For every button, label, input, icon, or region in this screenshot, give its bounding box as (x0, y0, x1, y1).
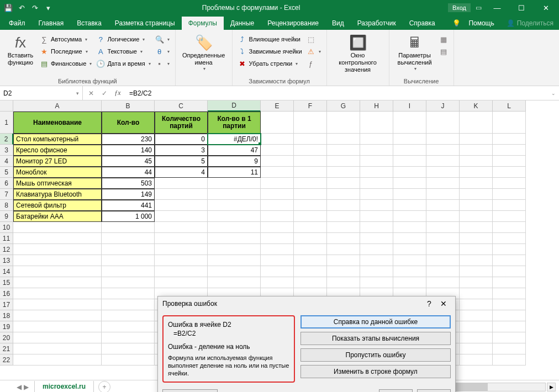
cell[interactable] (155, 189, 208, 200)
cell[interactable]: 140 (102, 145, 155, 156)
back-button[interactable]: Назад (379, 389, 412, 392)
cell[interactable] (360, 277, 393, 288)
minimize-icon[interactable]: — (486, 1, 508, 15)
cell[interactable] (294, 200, 327, 211)
tab-layout[interactable]: Разметка страницы (108, 17, 182, 30)
cell[interactable] (261, 156, 294, 167)
cell[interactable] (393, 145, 426, 156)
defined-names-button[interactable]: 🏷️ Определенные имена ▾ (179, 31, 229, 77)
cell[interactable] (360, 145, 393, 156)
cell[interactable] (13, 354, 102, 365)
cell[interactable] (460, 343, 493, 354)
cell[interactable] (261, 134, 294, 145)
lookup-button[interactable]: 🔍▾ (153, 33, 172, 45)
cell[interactable] (102, 354, 155, 365)
cell[interactable] (13, 255, 102, 266)
autosum-button[interactable]: ∑Автосумма▾ (38, 33, 94, 45)
cell[interactable] (393, 167, 426, 178)
cell[interactable] (327, 266, 360, 277)
cell[interactable] (13, 343, 102, 354)
cell[interactable] (13, 233, 102, 244)
row-header-5[interactable]: 5 (0, 167, 13, 178)
cell[interactable]: Количество партий (155, 112, 208, 134)
cell[interactable] (13, 332, 102, 343)
cell[interactable]: Монитор 27 LED (13, 156, 102, 167)
tab-insert[interactable]: Вставка (70, 17, 108, 30)
cell[interactable] (13, 310, 102, 321)
cell[interactable] (13, 288, 102, 299)
show-formulas-button[interactable]: ⬚ (304, 33, 323, 45)
cell[interactable] (426, 222, 460, 233)
edit-in-formula-bar-button[interactable]: Изменить в строке формул (300, 365, 451, 378)
cell[interactable] (261, 189, 294, 200)
cell[interactable] (208, 178, 261, 189)
cell[interactable] (460, 299, 493, 310)
maximize-icon[interactable]: ☐ (510, 1, 532, 15)
tab-help[interactable]: Справка (403, 17, 442, 30)
row-header-2[interactable]: 2 (0, 134, 13, 145)
worksheet[interactable]: ABCDEFGHIJKL 123456789101112131415161718… (0, 100, 559, 380)
cell[interactable] (393, 255, 426, 266)
cell[interactable] (493, 167, 526, 178)
cell[interactable] (426, 156, 460, 167)
row-header-16[interactable]: 16 (0, 288, 13, 299)
cell[interactable]: 441 (102, 200, 155, 211)
cell[interactable] (493, 266, 526, 277)
namebox-dropdown-icon[interactable]: ▾ (76, 91, 79, 96)
cell[interactable]: 45 (102, 156, 155, 167)
show-calc-steps-button[interactable]: Показать этапы вычисления (300, 332, 451, 345)
ribbon-options-icon[interactable]: ▭ (473, 2, 484, 13)
cell[interactable] (261, 211, 294, 222)
col-header-L[interactable]: L (493, 100, 526, 112)
cell[interactable] (155, 277, 208, 288)
row-header-21[interactable]: 21 (0, 343, 13, 354)
tab-view[interactable]: Вид (325, 17, 351, 30)
cell[interactable] (460, 233, 493, 244)
cell[interactable] (102, 255, 155, 266)
cell[interactable]: Клавиатура Bluetooth (13, 189, 102, 200)
row-header-12[interactable]: 12 (0, 244, 13, 255)
cell[interactable] (102, 299, 155, 310)
cell[interactable] (460, 354, 493, 365)
tab-review[interactable]: Рецензирование (261, 17, 325, 30)
dialog-close-icon[interactable]: ✕ (436, 299, 451, 308)
cancel-formula-icon[interactable]: ✕ (85, 89, 97, 97)
cell[interactable] (360, 255, 393, 266)
cell[interactable] (393, 189, 426, 200)
cell[interactable] (327, 211, 360, 222)
cell[interactable]: 3 (155, 145, 208, 156)
cell[interactable] (493, 178, 526, 189)
tab-file[interactable]: Файл (2, 17, 32, 30)
row-header-6[interactable]: 6 (0, 178, 13, 189)
next-button[interactable]: Далее (417, 389, 451, 392)
select-all-corner[interactable] (0, 100, 13, 112)
col-header-J[interactable]: J (426, 100, 460, 112)
cell[interactable] (208, 255, 261, 266)
cell[interactable] (294, 134, 327, 145)
tab-data[interactable]: Данные (224, 17, 261, 30)
col-header-A[interactable]: A (13, 100, 102, 112)
formula-input[interactable]: =B2/C2 (126, 89, 548, 97)
cell[interactable] (155, 266, 208, 277)
cell[interactable]: 44 (102, 167, 155, 178)
cell[interactable] (426, 211, 460, 222)
cell[interactable] (261, 167, 294, 178)
tellme-icon[interactable]: 💡 (451, 19, 462, 27)
cell[interactable]: 4 (155, 167, 208, 178)
cell[interactable]: Сетевой фильтр (13, 200, 102, 211)
more-functions-button[interactable]: ▪▾ (153, 57, 172, 70)
cell[interactable]: 47 (208, 145, 261, 156)
cell[interactable] (327, 255, 360, 266)
cell[interactable] (208, 189, 261, 200)
cell[interactable] (360, 222, 393, 233)
cell[interactable] (393, 178, 426, 189)
cell[interactable] (294, 222, 327, 233)
cell[interactable] (460, 145, 493, 156)
cell[interactable] (460, 134, 493, 145)
cell[interactable] (493, 145, 526, 156)
cell[interactable] (393, 266, 426, 277)
redo-icon[interactable]: ↷ (29, 2, 41, 14)
cell[interactable] (327, 200, 360, 211)
recent-button[interactable]: ★Последние▾ (38, 45, 94, 57)
cell[interactable] (327, 277, 360, 288)
